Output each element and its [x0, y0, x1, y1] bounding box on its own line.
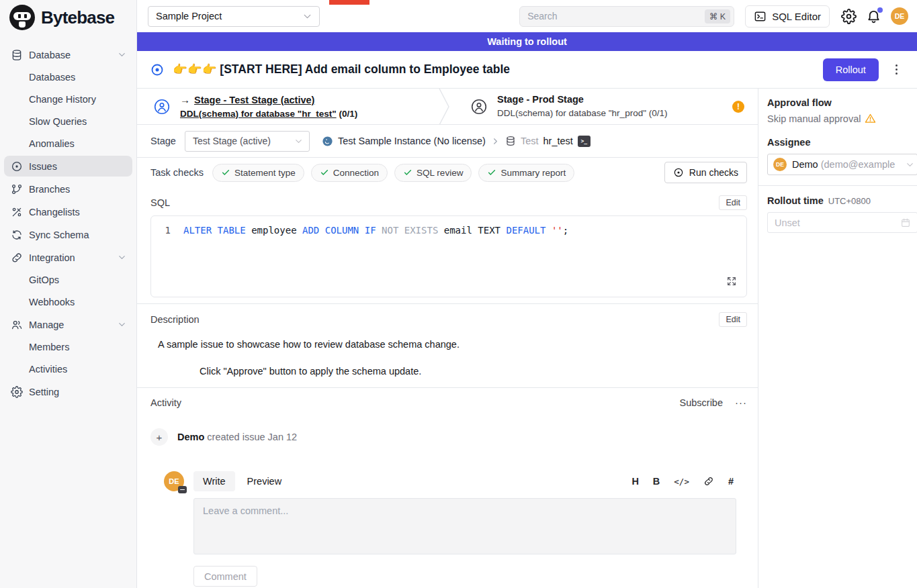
sidebar: Bytebase Database Databases Change Histo… — [0, 0, 137, 588]
check-statement-type[interactable]: Statement type — [212, 164, 304, 182]
activity-more-button[interactable]: ··· — [735, 399, 747, 406]
check-icon — [320, 168, 329, 177]
database-breadcrumb: Test Sample Instance (No license) Test h… — [322, 136, 591, 147]
logo[interactable]: Bytebase — [0, 0, 136, 35]
sidebar-item-anomalies[interactable]: Anomalies — [4, 134, 132, 154]
comment-editor: DE Write Preview H B </> — [150, 471, 747, 587]
format-toolbar: H B </> # — [631, 476, 736, 487]
open-sql-editor-icon[interactable]: >_ — [578, 136, 591, 147]
sidebar-item-manage[interactable]: Manage — [4, 314, 132, 335]
comment-submit-button[interactable]: Comment — [193, 566, 257, 587]
stage-task: DDL(schema) for database "hr_test" — [180, 109, 337, 119]
sidebar-item-setting[interactable]: Setting — [4, 381, 132, 402]
current-stage-arrow: → — [180, 94, 190, 105]
check-icon — [221, 168, 230, 177]
sidebar-item-issues[interactable]: Issues — [4, 156, 132, 177]
stage-name: Stage - Prod Stage — [497, 93, 667, 107]
search-input[interactable] — [527, 11, 705, 21]
sidebar-item-slow-queries[interactable]: Slow Queries — [4, 111, 132, 132]
rollout-time-label: Rollout time — [767, 195, 824, 206]
description-section: Description Edit A sample issue to showc… — [137, 303, 758, 387]
chevron-down-icon — [294, 136, 304, 146]
hash-icon[interactable]: # — [728, 476, 734, 487]
editor-tabs: Write Preview H B </> # — [193, 471, 736, 491]
code-icon[interactable]: </> — [674, 477, 689, 487]
sql-editor[interactable]: 1 ALTER TABLE employee ADD COLUMN IF NOT… — [150, 215, 747, 297]
description-label: Description — [150, 314, 200, 325]
sql-label: SQL — [150, 197, 170, 208]
comment-input[interactable] — [193, 498, 736, 554]
sidebar-nav: Database Databases Change History Slow Q… — [0, 35, 136, 402]
database-icon — [505, 136, 516, 146]
tab-write[interactable]: Write — [193, 471, 235, 491]
notifications-bell-button[interactable] — [866, 9, 881, 24]
sql-section: SQL Edit 1 ALTER TABLE employee ADD COLU… — [137, 187, 758, 297]
assignee-select[interactable]: DE Demo (demo@example — [767, 154, 917, 175]
rollout-button[interactable]: Rollout — [823, 58, 879, 81]
tab-preview[interactable]: Preview — [238, 471, 292, 491]
stage-progress: (0/1) — [339, 109, 357, 119]
description-edit-button[interactable]: Edit — [719, 312, 747, 327]
check-connection[interactable]: Connection — [311, 164, 388, 182]
sql-editor-button[interactable]: SQL Editor — [745, 5, 830, 28]
assignee-email: (demo@example — [821, 159, 905, 170]
sidebar-item-branches[interactable]: Branches — [4, 179, 132, 199]
sidebar-item-change-history[interactable]: Change History — [4, 89, 132, 109]
check-summary-report[interactable]: Summary report — [478, 164, 574, 182]
project-selector[interactable]: Sample Project — [148, 6, 320, 27]
search-shortcut-badge: ⌘ K — [705, 9, 730, 23]
chevron-down-icon — [117, 50, 127, 60]
stage-name: Stage - Test Stage (active) — [194, 95, 314, 105]
rollout-timezone: UTC+0800 — [828, 196, 871, 206]
link-icon[interactable] — [703, 476, 714, 487]
sidebar-item-gitops[interactable]: GitOps — [4, 270, 132, 290]
sidebar-item-activities[interactable]: Activities — [4, 359, 132, 379]
check-sql-review[interactable]: SQL review — [394, 164, 472, 182]
instance-link[interactable]: Test Sample Instance (No license) — [338, 136, 486, 146]
branch-icon — [11, 183, 23, 195]
warning-triangle-icon — [865, 113, 876, 124]
sidebar-item-integration[interactable]: Integration — [4, 247, 132, 268]
check-icon — [487, 168, 496, 177]
link-icon — [11, 252, 23, 264]
users-icon — [11, 319, 23, 331]
issue-open-status-icon — [150, 63, 164, 77]
warning-badge: ! — [732, 101, 744, 113]
postgres-icon — [322, 136, 333, 147]
environment-label: Test — [521, 136, 539, 146]
database-icon — [11, 49, 23, 61]
bold-icon[interactable]: B — [653, 476, 660, 487]
activity-action: created issue Jan 12 — [207, 432, 297, 442]
sidebar-item-databases[interactable]: Databases — [4, 67, 132, 87]
sidebar-item-webhooks[interactable]: Webhooks — [4, 292, 132, 312]
kebab-menu-icon[interactable] — [892, 60, 901, 79]
comment-avatar: DE — [164, 471, 184, 491]
chevron-down-icon — [117, 252, 127, 262]
rollout-time-input[interactable] — [775, 217, 900, 228]
issues-icon — [11, 160, 23, 173]
database-link[interactable]: hr_test — [543, 136, 573, 146]
sidebar-item-members[interactable]: Members — [4, 337, 132, 357]
check-icon — [403, 168, 412, 177]
issue-title: 👉👉👉 [START HERE] Add email column to Emp… — [173, 62, 823, 77]
stage-card-prod[interactable]: Stage - Prod Stage DDL(schema) for datab… — [443, 89, 758, 124]
user-avatar[interactable]: DE — [891, 7, 908, 25]
subscribe-button[interactable]: Subscribe — [680, 397, 723, 408]
sidebar-item-database[interactable]: Database — [4, 44, 132, 65]
chat-bubble-icon — [178, 486, 187, 493]
sidebar-item-sync-schema[interactable]: Sync Schema — [4, 224, 132, 245]
sql-edit-button[interactable]: Edit — [719, 195, 747, 210]
task-checks-row: Task checks Statement type Connection SQ… — [137, 158, 758, 187]
stage-selector-row: Stage Test Stage (active) Test Sample In… — [137, 125, 758, 158]
settings-gear-button[interactable] — [841, 9, 857, 24]
changelist-icon — [11, 206, 23, 218]
stage-select[interactable]: Test Stage (active) — [185, 131, 310, 152]
heading-icon[interactable]: H — [631, 476, 638, 487]
expand-icon[interactable] — [726, 276, 737, 289]
stage-card-test[interactable]: →Stage - Test Stage (active) DDL(schema)… — [137, 89, 443, 124]
stage-label: Stage — [150, 136, 176, 146]
sidebar-item-changelists[interactable]: Changelists — [4, 201, 132, 222]
stage-task: DDL(schema) for database "hr_prod" — [497, 108, 646, 118]
run-checks-button[interactable]: Run checks — [664, 162, 747, 183]
assignee-name: Demo — [792, 159, 818, 170]
